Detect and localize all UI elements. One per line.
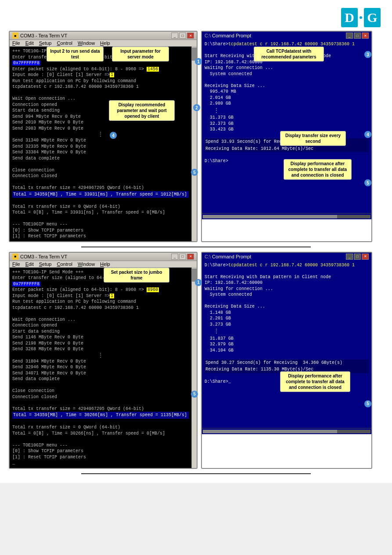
terminal1-line: Total tx transfer size = 4294967295 QWor… — [12, 185, 189, 191]
terminal2-scrollbar[interactable] — [191, 268, 197, 468]
cmd2-body: D:\Share>tcpdatatest c r 192.168.7.42 60… — [202, 261, 371, 428]
terminal1-line: Send data complete — [12, 156, 189, 162]
terminal2-line: Wait Open connection ... — [12, 317, 189, 323]
terminal1-line: Send 32335 MByte Recv 0 Byte — [12, 144, 189, 150]
terminal1-menubar[interactable]: File Edit Setup Control Window Help — [10, 40, 197, 47]
t2-menu-file[interactable]: File — [12, 261, 20, 267]
terminal1-icon: ■ — [12, 33, 18, 39]
menu-control[interactable]: Control — [57, 40, 72, 46]
dg-logo: D G — [341, 8, 381, 27]
terminal2-line: Enter packet size (aligned to 64-bit): 8… — [12, 287, 189, 293]
terminal2-line: [1] : Reset TCPIP parameters — [12, 454, 189, 461]
cmd2-title-text: C:\ Command Prompt — [205, 254, 251, 259]
cmd1-maximize[interactable]: □ — [354, 33, 361, 39]
terminal1-scrollbar[interactable] — [191, 47, 197, 241]
terminal2-line: Total = 0[B] , Time = 30266[ns] , Transf… — [12, 431, 189, 437]
annotation-jumbo: Set packet size to jumbo frame — [104, 268, 169, 283]
terminal1-line: Total = 0[B] , Time = 33931[ns] , Transf… — [12, 210, 189, 216]
terminal2-line: Send 31804 MByte Recv 0 Byte — [12, 359, 189, 365]
t2-menu-control[interactable]: Control — [57, 261, 72, 267]
cmd1-title-text: C:\ Command Prompt — [205, 33, 251, 38]
terminal1-dots: ⋮ — [12, 131, 189, 138]
terminal2-line: Send 32946 MByte Recv 0 Byte — [12, 364, 189, 370]
cmd1-line: 2.980 GB — [205, 101, 369, 107]
terminal2-line: Send 3268 MByte Recv 0 Byte — [12, 346, 189, 352]
terminal1-controls[interactable]: _ □ ✕ — [171, 33, 194, 39]
terminal1-line: Input mode : [0] Client [1] Server =>1 — [12, 72, 189, 78]
terminal2-controls[interactable]: _ □ ✕ — [171, 254, 194, 260]
terminal1-line: Total = 34359[MB] , Time = 33931[ms] , T… — [12, 191, 189, 198]
menu-edit[interactable]: Edit — [25, 40, 34, 46]
cmd2-line: D:\Share>tcpdatatest c r 192.168.7.42 60… — [205, 262, 369, 268]
badge-3-section1: 3 — [364, 51, 371, 58]
terminal2-line: Send 2198 MByte Recv 0 Byte — [12, 341, 189, 347]
badge-2-section1: 2 — [193, 104, 200, 111]
annotation-call: Call TCPdatatest with recommended parame… — [254, 47, 324, 62]
cmd2-line: 32.979 GB — [205, 341, 369, 348]
terminal1-line: Send 33384 MByte Recv 0 Byte — [12, 149, 189, 156]
terminal1-line: Enter packet size (aligned to 64-bit): 8… — [12, 66, 189, 73]
badge-5-left: 5 — [191, 169, 198, 176]
terminal1-line: Send 2983 MByte Recv 0 Byte — [12, 126, 189, 132]
terminal2-line: Start data sending — [12, 329, 189, 335]
terminal2-icon: ■ — [12, 254, 18, 260]
maximize-button[interactable]: □ — [179, 33, 186, 39]
cmd2-line: IP: 192.168.7.42:60000 — [205, 280, 369, 286]
cmd2-line: System connected — [205, 292, 369, 298]
svg-text:G: G — [367, 10, 377, 25]
terminal2-line: Connection closed — [12, 394, 189, 400]
t2-menu-window[interactable]: Window — [78, 261, 95, 267]
cmd2-line: 2.201 GB — [205, 316, 369, 322]
cmd2-controls[interactable]: _ □ ✕ — [346, 254, 369, 260]
cmd1-line: Waiting for connection ... — [205, 65, 369, 71]
t2-highlight-transfer: 0x7FFFFFF8 — [12, 282, 40, 287]
badge-4-right: 4 — [364, 131, 371, 138]
terminal2-line: Total tx transfer size = 4294967295 QWor… — [12, 406, 189, 412]
cmd2-maximize[interactable]: □ — [354, 254, 361, 260]
t2-close-button[interactable]: ✕ — [187, 254, 194, 260]
t2-highlight-packet: 8960 — [147, 287, 159, 292]
cmd2-window: C:\ Command Prompt _ □ ✕ D:\Share>tcpdat… — [201, 252, 372, 469]
divider2 — [81, 473, 311, 474]
terminal2-line: Close connection — [12, 388, 189, 394]
cmd1-close[interactable]: ✕ — [362, 33, 369, 39]
terminal2-line: Send data complete — [12, 376, 189, 382]
cmd2-minimize[interactable]: _ — [346, 254, 353, 260]
cmd2-line: Waiting for connection ... — [205, 286, 369, 292]
terminal2-line: tcpdatatest c r 192.168.7.42 60000 34359… — [12, 305, 189, 311]
minimize-button[interactable]: _ — [171, 33, 178, 39]
terminal2-line: Input mode : [0] Client [1] Server =>1 — [12, 293, 189, 299]
page: D G ■ COM3 - Tera Term VT _ □ ✕ — [0, 0, 392, 483]
terminal2-title: ■ COM3 - Tera Term VT — [12, 254, 67, 260]
t2-maximize-button[interactable]: □ — [179, 254, 186, 260]
badge-5-right-s2: 5 — [364, 400, 371, 407]
terminal1-title-text: COM3 - Tera Term VT — [20, 33, 67, 38]
cmd1-minimize[interactable]: _ — [346, 33, 353, 39]
cmd2-titlebar: C:\ Command Prompt _ □ ✕ — [202, 253, 371, 261]
badge-1-section2: 1 — [195, 279, 202, 286]
cmd2-close[interactable]: ✕ — [362, 254, 369, 260]
cmd1-line: Receiving Data Size ... — [205, 83, 369, 89]
terminal2-line: [0] : Show TCPIP parameters — [12, 448, 189, 454]
terminal2-menubar[interactable]: File Edit Setup Control Window Help — [10, 261, 197, 268]
menu-help[interactable]: Help — [100, 40, 110, 46]
terminal2-line: Connection opened — [12, 323, 189, 329]
menu-file[interactable]: File — [12, 40, 20, 46]
annotation-display-size: Display transfer size every second — [280, 131, 346, 146]
menu-window[interactable]: Window — [78, 40, 95, 46]
menu-setup[interactable]: Setup — [39, 40, 52, 46]
terminal2-line: Send 34071 MByte Recv 0 Byte — [12, 370, 189, 377]
close-button[interactable]: ✕ — [187, 33, 194, 39]
svg-point-2 — [360, 16, 362, 19]
cmd1-controls[interactable]: _ □ ✕ — [346, 33, 369, 39]
terminal2-dots: ⋮ — [12, 352, 189, 359]
t2-menu-help[interactable]: Help — [100, 261, 110, 267]
cmd1-line: 31.373 GB — [205, 115, 369, 121]
t2-minimize-button[interactable]: _ — [171, 254, 178, 260]
annotation-input2: Input 2 to run send data test — [47, 47, 104, 62]
t2-menu-edit[interactable]: Edit — [25, 261, 34, 267]
terminal2-line: Total = 34359[MB] , Time = 30266[ms] , T… — [12, 412, 189, 419]
terminal1-line: --- TOE10GIP menu --- — [12, 221, 189, 228]
t2-menu-setup[interactable]: Setup — [39, 261, 52, 267]
terminal2-body: +++ TOE10G-IP Send Mode +++ Enter transf… — [10, 268, 191, 468]
